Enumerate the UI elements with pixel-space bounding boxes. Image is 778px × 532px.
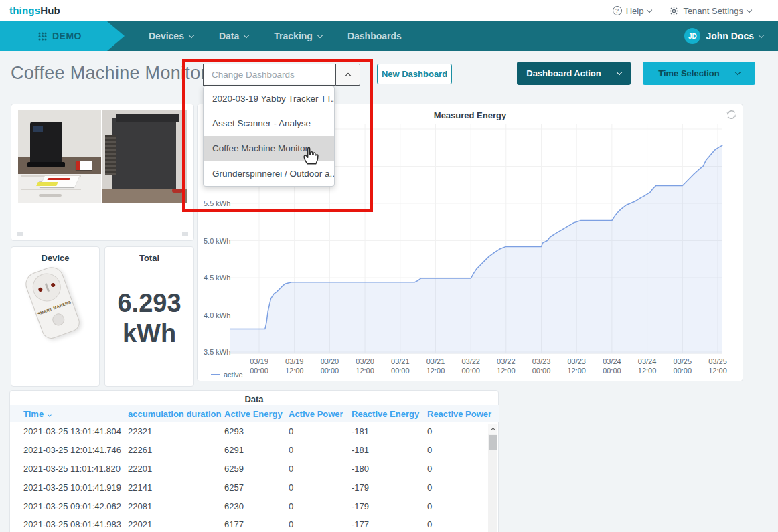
sort-chevron-icon bbox=[48, 413, 52, 417]
gear-icon bbox=[669, 6, 679, 16]
column-header-label: Time bbox=[23, 409, 44, 419]
dashboard-action-button[interactable]: Dashboard Action bbox=[517, 62, 631, 85]
table-cell: 22261 bbox=[128, 441, 224, 460]
page-title: Coffee Machine Monitor bbox=[11, 63, 207, 84]
resize-handle bbox=[17, 232, 23, 236]
table-cell: 2021-03-25 12:01:41.746 bbox=[10, 441, 128, 460]
user-menu[interactable]: JD John Docs bbox=[684, 21, 763, 51]
nav-item-devices[interactable]: Devices bbox=[149, 31, 193, 41]
dropdown-item[interactable]: 2020-03-19 Yabby Tracker TT... bbox=[204, 86, 334, 111]
time-selection-button[interactable]: Time Selection bbox=[643, 62, 755, 85]
table-cell: 0 bbox=[289, 460, 352, 478]
table-row[interactable]: 2021-03-25 10:01:41.9192214162570-1790 bbox=[10, 478, 499, 497]
svg-text:03/19: 03/19 bbox=[250, 357, 268, 365]
table-cell: -180 bbox=[352, 460, 427, 478]
column-header-label: accumulation duration bbox=[128, 409, 221, 419]
svg-text:03/23: 03/23 bbox=[567, 357, 586, 365]
nav-item-data[interactable]: Data bbox=[219, 31, 248, 41]
table-cell: 0 bbox=[289, 422, 352, 441]
nav-item-dashboards[interactable]: Dashboards bbox=[347, 31, 402, 41]
table-cell: 22201 bbox=[128, 460, 224, 478]
new-dashboard-button[interactable]: New Dashboard bbox=[377, 64, 452, 84]
chevron-down-icon bbox=[244, 32, 249, 37]
column-header-active-power[interactable]: Active Power bbox=[289, 405, 352, 422]
total-card-title: Total bbox=[105, 253, 193, 263]
table-row[interactable]: 2021-03-25 13:01:41.8042232162930-1810 bbox=[10, 422, 499, 441]
table-scrollbar[interactable] bbox=[488, 424, 497, 532]
nav-item-label: Data bbox=[219, 31, 239, 41]
table-cell: -179 bbox=[352, 478, 427, 497]
svg-text:03/25: 03/25 bbox=[708, 357, 727, 365]
coffee-machine-photos bbox=[18, 110, 187, 203]
tenant-settings-menu[interactable]: Tenant Settings bbox=[669, 6, 751, 16]
table-cell: 2021-03-25 08:01:41.983 bbox=[10, 515, 128, 532]
dropdown-item[interactable]: Asset Scanner - Analyse bbox=[204, 111, 334, 136]
table-cell: 6257 bbox=[224, 478, 289, 497]
table-cell: 22321 bbox=[128, 422, 224, 441]
table-cell: 2021-03-25 09:01:42.062 bbox=[10, 497, 128, 515]
change-dashboards-input[interactable] bbox=[203, 64, 335, 86]
svg-text:00:00: 00:00 bbox=[321, 367, 339, 375]
column-header-label: Active Power bbox=[289, 409, 343, 419]
mouse-pointer-icon bbox=[301, 145, 319, 165]
svg-text:12:00: 12:00 bbox=[567, 367, 586, 375]
table-row[interactable]: 2021-03-25 11:01:41.8202220162590-1800 bbox=[10, 460, 499, 478]
svg-text:03/23: 03/23 bbox=[532, 357, 551, 365]
grid-icon bbox=[38, 32, 47, 41]
tenant-name: DEMO bbox=[52, 31, 82, 41]
chevron-up-icon bbox=[345, 73, 350, 78]
combo-collapse-button[interactable] bbox=[335, 64, 360, 86]
table-cell: 6230 bbox=[224, 497, 289, 515]
column-header-reactive-power[interactable]: Reactive Power bbox=[427, 405, 499, 422]
thingshub-logo[interactable]: thingsHub bbox=[9, 5, 60, 16]
total-value: 6.293 kWh bbox=[105, 288, 193, 349]
svg-text:4.0 kWh: 4.0 kWh bbox=[204, 311, 230, 319]
svg-text:00:00: 00:00 bbox=[532, 367, 551, 375]
chevron-down-icon bbox=[747, 7, 752, 12]
svg-text:12:00: 12:00 bbox=[497, 367, 516, 375]
column-header-time[interactable]: Time bbox=[10, 405, 128, 422]
column-header-active-energy[interactable]: Active Energy bbox=[224, 405, 289, 422]
logo-prefix: things bbox=[9, 5, 40, 16]
table-cell: 22021 bbox=[128, 515, 224, 532]
chevron-down-icon bbox=[735, 70, 741, 75]
avatar: JD bbox=[684, 28, 700, 44]
svg-text:00:00: 00:00 bbox=[674, 367, 692, 375]
data-table-card: Data Timeaccumulation durationActive Ene… bbox=[9, 390, 499, 532]
column-header-accumulation-duration[interactable]: accumulation duration bbox=[128, 405, 224, 422]
svg-text:03/20: 03/20 bbox=[321, 357, 339, 365]
refresh-icon[interactable] bbox=[726, 109, 737, 120]
column-header-reactive-energy[interactable]: Reactive Energy bbox=[352, 405, 427, 422]
table-row[interactable]: 2021-03-25 12:01:41.7462226162910-1810 bbox=[10, 441, 499, 460]
coffee-machine-photo-card bbox=[11, 104, 194, 241]
svg-text:12:00: 12:00 bbox=[426, 367, 445, 375]
coffee-machine-photo-right bbox=[102, 110, 187, 203]
svg-text:03/25: 03/25 bbox=[674, 357, 692, 365]
nav-items: DevicesDataTrackingDashboards bbox=[149, 21, 402, 51]
nav-bar: DEMO DevicesDataTrackingDashboards JD Jo… bbox=[0, 21, 778, 51]
svg-text:03/19: 03/19 bbox=[285, 357, 304, 365]
svg-text:3.5 kWh: 3.5 kWh bbox=[204, 348, 230, 356]
column-header-label: Reactive Power bbox=[427, 409, 491, 419]
svg-text:12:00: 12:00 bbox=[638, 367, 657, 375]
logo-suffix: Hub bbox=[40, 5, 60, 16]
scrollbar-thumb[interactable] bbox=[489, 435, 497, 450]
svg-text:5.0 kWh: 5.0 kWh bbox=[204, 237, 230, 245]
svg-text:4.5 kWh: 4.5 kWh bbox=[204, 274, 230, 282]
tenant-settings-label: Tenant Settings bbox=[683, 6, 743, 16]
svg-text:12:00: 12:00 bbox=[285, 367, 304, 375]
help-menu[interactable]: ? Help bbox=[613, 6, 652, 16]
table-row[interactable]: 2021-03-25 09:01:42.0622208162300-1790 bbox=[10, 497, 499, 515]
nav-item-tracking[interactable]: Tracking bbox=[274, 31, 322, 41]
user-name: John Docs bbox=[706, 31, 754, 41]
tenant-switcher[interactable]: DEMO bbox=[0, 21, 125, 51]
svg-text:03/22: 03/22 bbox=[497, 357, 516, 365]
help-icon: ? bbox=[613, 6, 622, 15]
table-cell: 0 bbox=[289, 441, 352, 460]
table-cell: 0 bbox=[289, 497, 352, 515]
table-row[interactable]: 2021-03-25 08:01:41.9832202161770-1770 bbox=[10, 515, 499, 532]
dashboard-action-label: Dashboard Action bbox=[526, 68, 601, 78]
scroll-up-button[interactable] bbox=[488, 424, 497, 434]
chevron-up-icon bbox=[490, 428, 495, 432]
chevron-down-icon bbox=[189, 32, 194, 37]
